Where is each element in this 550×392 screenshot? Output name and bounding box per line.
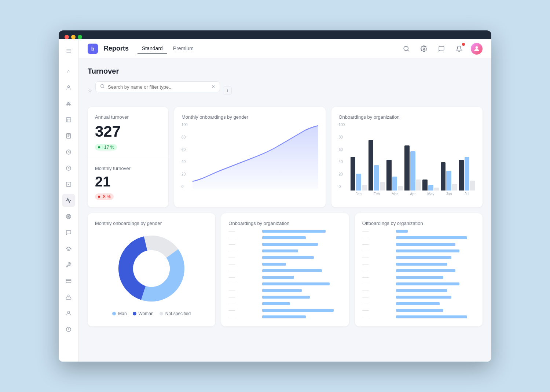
svg-rect-11 [66,279,71,282]
dot-close[interactable] [65,35,69,39]
sidebar-item-menu[interactable]: ☰ [62,44,75,58]
hbar-row [396,242,475,247]
bar-blue [428,185,433,191]
bar-dark [459,160,464,191]
notifications-button[interactable] [453,43,465,55]
settings-button[interactable] [418,43,430,55]
chat-button[interactable] [436,43,447,55]
sidebar-item-tasks[interactable] [62,178,75,191]
monthly-turnover-badge: -8 % [95,193,114,200]
legend-man-dot [112,312,116,315]
notification-badge [462,43,465,46]
sidebar-item-reports[interactable] [62,194,75,207]
y-axis-labels: 100 80 60 40 20 0 [182,123,192,189]
hbar-row [396,236,475,240]
legend-woman: Woman [133,311,154,316]
monthly-turnover-value: 21 [95,174,161,190]
sidebar-item-alerts[interactable] [62,291,75,304]
bar-group-jan [351,157,367,191]
offboardings-hbar-card: Offboardings by organization —— —— —— ——… [355,213,483,326]
monthly-turnover-section: Monthly turnover 21 -8 % [88,158,168,207]
browser-dots [65,35,82,39]
info-button[interactable]: ℹ [223,86,232,95]
bar-gray [452,184,457,191]
hbar-row [396,288,475,293]
bar-group-mar [386,160,403,191]
main-content: Turnover ☆ ✕ ℹ [79,58,491,362]
bar-blue [410,151,415,191]
annual-turnover-label: Annual turnover [95,114,161,120]
sidebar-item-docs[interactable] [62,129,75,143]
sidebar-item-goals[interactable] [62,210,75,223]
sidebar-item-files[interactable] [62,113,75,126]
tab-standard[interactable]: Standard [138,43,167,54]
sidebar-item-time1[interactable] [62,145,75,159]
bar-blue [446,171,451,191]
dot-maximize[interactable] [78,35,82,39]
hbar-row [262,236,341,240]
annual-turnover-badge: +17 % [95,144,117,151]
sidebar-item-payroll[interactable] [62,274,75,288]
sidebar-item-profile2[interactable] [62,307,75,320]
bar-group-jun [441,162,457,191]
app-logo: b [88,44,98,54]
hbar-row [396,229,475,233]
area-chart-svg [192,123,318,189]
monthly-onboardings-area-card: Monthly onboardings by gender 100 80 60 … [174,107,326,207]
favorite-button[interactable]: ☆ [88,88,92,93]
user-avatar[interactable] [471,43,483,55]
bar-gray [434,188,439,191]
offboardings-hbar-title: Offboardings by organization [362,221,475,226]
sidebar-item-user[interactable] [62,81,75,94]
sidebar-item-training[interactable] [62,242,75,255]
hbar-row [396,249,475,253]
hbar-org-labels: —— —— —— —— —— —— —— —— —— —— —— [228,229,258,319]
hbar-row [262,229,341,233]
sidebar-item-home[interactable]: ⌂ [62,65,75,78]
annual-badge-dot [98,146,100,148]
top-cards-grid: Annual turnover 327 +17 % Monthly turnov… [88,107,483,207]
bar-group-may [422,180,439,191]
search-button[interactable] [400,43,412,55]
donut-svg [115,232,188,305]
svg-point-19 [101,85,104,88]
sidebar-item-analytics[interactable] [62,323,75,336]
sidebar-item-tools[interactable] [62,258,75,271]
bar-gray [398,186,403,191]
bar-group-apr [404,145,421,191]
bar-blue [392,177,397,191]
hbar-row [262,275,341,280]
donut-chart-title: Monthly onboardings by gender [95,221,208,226]
hbar-row [396,315,475,319]
hbar-row [262,242,341,247]
bar-dark [351,157,356,191]
svg-rect-3 [66,118,71,122]
bar-gray [470,181,475,191]
legend-man: Man [112,311,126,316]
legend-not-specified: Not specified [160,311,191,316]
search-input[interactable] [108,84,209,90]
offbar-org-bars [396,229,475,319]
legend-woman-dot [133,312,136,315]
svg-point-10 [68,216,69,217]
onboardings-org-bar-card: Onboardings by organization 100 80 60 40… [331,107,483,207]
clear-search-button[interactable]: ✕ [212,84,215,89]
sidebar-item-time2[interactable] [62,162,75,175]
svg-point-16 [404,46,408,51]
hbar-row [396,275,475,280]
bottom-cards-grid: Monthly onboardings by gender [88,213,483,326]
header-tabs: Standard Premium [138,43,395,54]
hbar-row [262,288,341,293]
tab-premium[interactable]: Premium [169,43,198,54]
onboardings-hbar-title: Onboardings by organization [228,221,341,226]
hbar-row [262,308,341,313]
hbar-row [262,255,341,260]
sidebar-item-team[interactable] [62,97,75,110]
sidebar-item-messages[interactable] [62,226,75,239]
bar-y-labels: 100 80 60 40 20 0 [339,123,349,189]
dot-minimize[interactable] [71,35,76,39]
bar-blue [356,174,361,191]
bar-dark [386,160,392,191]
hbar-row [262,295,341,299]
offboardings-hbar-chart: —— —— —— —— —— —— —— —— —— —— —— [362,229,475,319]
